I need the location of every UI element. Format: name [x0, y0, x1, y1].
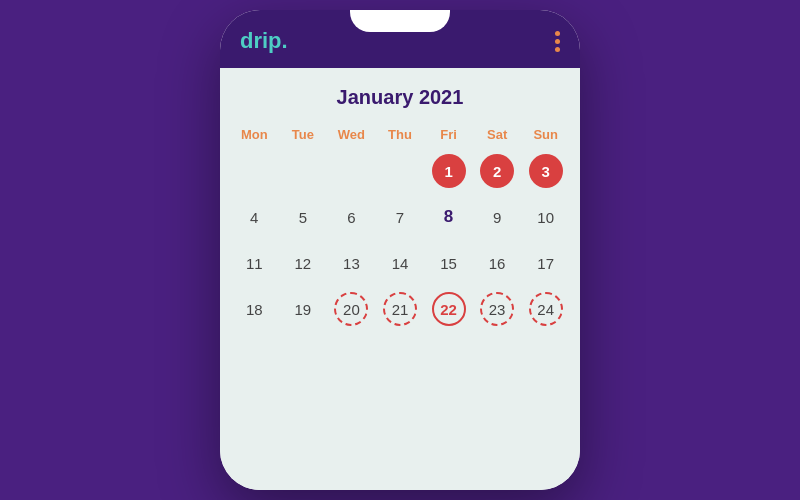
day-number-1: 1 — [432, 154, 466, 188]
day-number-7: 7 — [383, 200, 417, 234]
day-21[interactable]: 21 — [376, 286, 425, 332]
day-number-19: 19 — [286, 292, 320, 326]
day-number-21: 21 — [383, 292, 417, 326]
day-4[interactable]: 4 — [230, 194, 279, 240]
day-number-15: 15 — [432, 246, 466, 280]
empty-cell — [230, 148, 279, 194]
day-16[interactable]: 16 — [473, 240, 522, 286]
day-number-16: 16 — [480, 246, 514, 280]
day-number-8: 8 — [432, 200, 466, 234]
day-number-6: 6 — [334, 200, 368, 234]
month-title: January 2021 — [220, 68, 580, 121]
day-20[interactable]: 20 — [327, 286, 376, 332]
day-19[interactable]: 19 — [279, 286, 328, 332]
day-number-17: 17 — [529, 246, 563, 280]
day-24[interactable]: 24 — [521, 286, 570, 332]
day-header-mon: Mon — [230, 121, 279, 148]
day-13[interactable]: 13 — [327, 240, 376, 286]
day-2[interactable]: 2 — [473, 148, 522, 194]
day-22[interactable]: 22 — [424, 286, 473, 332]
dot-2 — [555, 39, 560, 44]
day-1[interactable]: 1 — [424, 148, 473, 194]
empty-cell — [327, 148, 376, 194]
phone-frame: drip. January 2021 Mon Tue Wed Thu Fri S… — [220, 10, 580, 490]
day-8[interactable]: 8 — [424, 194, 473, 240]
day-number-14: 14 — [383, 246, 417, 280]
day-11[interactable]: 11 — [230, 240, 279, 286]
dot-1 — [555, 31, 560, 36]
day-17[interactable]: 17 — [521, 240, 570, 286]
dot-3 — [555, 47, 560, 52]
day-15[interactable]: 15 — [424, 240, 473, 286]
day-18[interactable]: 18 — [230, 286, 279, 332]
day-number-13: 13 — [334, 246, 368, 280]
empty-cell — [279, 148, 328, 194]
day-6[interactable]: 6 — [327, 194, 376, 240]
day-number-4: 4 — [237, 200, 271, 234]
day-number-23: 23 — [480, 292, 514, 326]
day-number-3: 3 — [529, 154, 563, 188]
day-number-22: 22 — [432, 292, 466, 326]
day-number-5: 5 — [286, 200, 320, 234]
day-number-18: 18 — [237, 292, 271, 326]
day-23[interactable]: 23 — [473, 286, 522, 332]
day-header-sat: Sat — [473, 121, 522, 148]
day-header-thu: Thu — [376, 121, 425, 148]
day-5[interactable]: 5 — [279, 194, 328, 240]
day-number-2: 2 — [480, 154, 514, 188]
day-9[interactable]: 9 — [473, 194, 522, 240]
menu-button[interactable] — [555, 31, 560, 52]
calendar-grid: Mon Tue Wed Thu Fri Sat Sun 1 2 3 4 — [220, 121, 580, 332]
day-14[interactable]: 14 — [376, 240, 425, 286]
day-3[interactable]: 3 — [521, 148, 570, 194]
calendar-area: January 2021 Mon Tue Wed Thu Fri Sat Sun… — [220, 68, 580, 490]
day-12[interactable]: 12 — [279, 240, 328, 286]
day-header-sun: Sun — [521, 121, 570, 148]
day-number-11: 11 — [237, 246, 271, 280]
empty-cell — [376, 148, 425, 194]
day-number-24: 24 — [529, 292, 563, 326]
app-logo: drip. — [240, 28, 288, 54]
day-7[interactable]: 7 — [376, 194, 425, 240]
day-header-wed: Wed — [327, 121, 376, 148]
day-number-20: 20 — [334, 292, 368, 326]
day-10[interactable]: 10 — [521, 194, 570, 240]
day-number-10: 10 — [529, 200, 563, 234]
day-header-fri: Fri — [424, 121, 473, 148]
day-header-tue: Tue — [279, 121, 328, 148]
day-number-9: 9 — [480, 200, 514, 234]
day-number-12: 12 — [286, 246, 320, 280]
phone-notch — [350, 10, 450, 32]
